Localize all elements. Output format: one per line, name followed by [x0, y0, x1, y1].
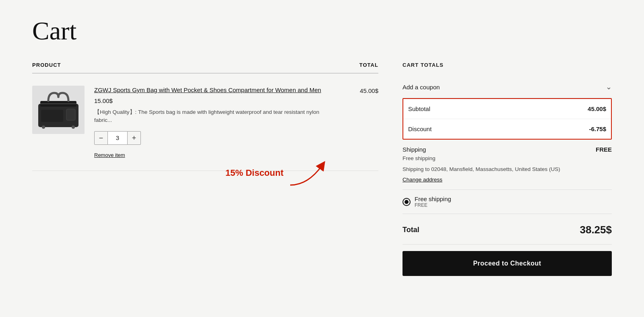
- discount-value: -6.75$: [589, 126, 606, 132]
- svg-point-6: [72, 126, 75, 129]
- quantity-decrease-button[interactable]: −: [94, 131, 108, 145]
- discount-row: Discount -6.75$: [403, 119, 611, 139]
- svg-rect-4: [41, 110, 63, 122]
- cart-totals-header: CART TOTALS: [402, 62, 612, 68]
- shipping-address: Shipping to 02048, Mansfield, Massachuse…: [402, 165, 612, 173]
- quantity-control: − 3 +: [94, 131, 328, 145]
- shipping-label: Shipping: [402, 146, 426, 153]
- col-product-header: PRODUCT: [32, 62, 338, 68]
- cart-item: ZGWJ Sports Gym Bag with Wet Pocket & Sh…: [32, 74, 378, 171]
- shipping-option-price: FREE: [415, 202, 451, 208]
- cart-product-table: PRODUCT TOTAL: [32, 62, 378, 171]
- shipping-value: FREE: [596, 146, 612, 153]
- svg-rect-3: [66, 109, 75, 120]
- discount-annotation-text: 15% Discount: [225, 168, 283, 178]
- change-address-link[interactable]: Change address: [402, 177, 442, 183]
- subtotal-row: Subtotal 45.00$: [403, 99, 611, 119]
- discount-label: Discount: [408, 126, 431, 132]
- totals-highlight-box: Subtotal 45.00$ Discount -6.75$: [402, 98, 612, 140]
- col-total-header: TOTAL: [338, 62, 378, 68]
- svg-point-5: [42, 126, 45, 129]
- product-details: ZGWJ Sports Gym Bag with Wet Pocket & Sh…: [94, 86, 328, 158]
- shipping-sub: Free shipping: [402, 155, 612, 161]
- discount-annotation: 15% Discount: [225, 159, 328, 187]
- product-name[interactable]: ZGWJ Sports Gym Bag with Wet Pocket & Sh…: [94, 86, 328, 94]
- chevron-down-icon: ⌄: [606, 82, 612, 91]
- product-line-total: 45.00$: [338, 86, 378, 94]
- total-label: Total: [402, 226, 419, 234]
- subtotal-value: 45.00$: [588, 105, 606, 112]
- total-row: Total 38.25$: [402, 214, 612, 245]
- coupon-row[interactable]: Add a coupon ⌄: [402, 76, 612, 98]
- product-unit-price: 15.00$: [94, 97, 328, 104]
- table-header: PRODUCT TOTAL: [32, 62, 378, 74]
- shipping-option-name: Free shipping: [415, 196, 451, 202]
- quantity-increase-button[interactable]: +: [127, 131, 141, 145]
- subtotal-label: Subtotal: [408, 105, 430, 112]
- shipping-option-details: Free shipping FREE: [415, 196, 451, 208]
- shipping-section: Shipping FREE Free shipping Shipping to …: [402, 140, 612, 190]
- shipping-option-row[interactable]: Free shipping FREE: [402, 190, 612, 214]
- quantity-value: 3: [108, 131, 127, 145]
- cart-totals-panel: CART TOTALS Add a coupon ⌄ Subtotal 45.0…: [402, 62, 612, 276]
- total-value: 38.25$: [580, 224, 612, 236]
- product-description: 【High Quality】: The Sports bag is made w…: [94, 108, 320, 125]
- remove-item-button[interactable]: Remove item: [94, 152, 125, 158]
- shipping-radio[interactable]: [402, 198, 411, 206]
- page-title: Cart: [32, 16, 612, 46]
- coupon-label: Add a coupon: [402, 84, 440, 91]
- checkout-button[interactable]: Proceed to Checkout: [402, 251, 612, 276]
- radio-selected-indicator: [405, 200, 409, 204]
- product-image: [32, 86, 85, 134]
- shipping-row: Shipping FREE: [402, 146, 612, 153]
- shipping-address-text: Shipping to 02048, Mansfield, Massachuse…: [402, 166, 560, 172]
